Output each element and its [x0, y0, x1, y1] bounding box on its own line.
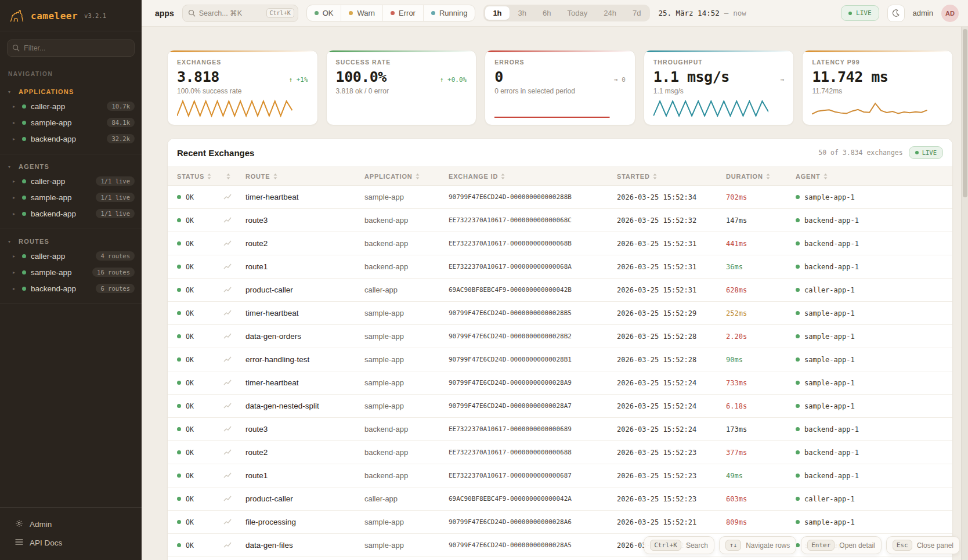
table-row[interactable]: OKtimer-heartbeatsample-app90799F47E6CD2… — [168, 371, 952, 395]
status-filter-label: OK — [323, 9, 334, 17]
table-row[interactable]: OKroute3backend-appEE7322370A10617-00000… — [168, 418, 952, 441]
column-header-duration[interactable]: DURATION — [726, 173, 796, 180]
sidebar-item-backend-app[interactable]: ▸backend-app32.2k — [0, 131, 142, 147]
sidebar-item-sample-app[interactable]: ▸sample-app84.1k — [0, 114, 142, 131]
exchange-id-cell: 90799F47E6CD24D-00000000000028B1 — [449, 356, 617, 363]
theme-toggle-button[interactable] — [887, 5, 905, 22]
status-filter-error[interactable]: Error — [382, 5, 423, 21]
sidebar-item-badge: 32.2k — [107, 134, 135, 143]
route-cell: route3 — [245, 216, 364, 225]
status-label: OK — [186, 216, 194, 225]
table-row[interactable]: OKtimer-heartbeatsample-app90799F47E6CD2… — [168, 186, 952, 209]
column-header-trend[interactable] — [223, 174, 245, 179]
trend-icon — [223, 309, 232, 316]
sidebar-footer-item-admin[interactable]: Admin — [0, 515, 142, 534]
status-label: OK — [186, 333, 194, 341]
status-filter-warn[interactable]: Warn — [341, 5, 382, 21]
agent-cell: caller-app-1 — [796, 286, 952, 294]
column-header-agent[interactable]: AGENT — [796, 173, 952, 180]
route-cell: route1 — [245, 471, 364, 480]
sparkline-chart — [177, 98, 292, 119]
table-row[interactable]: OKroute1backend-appEE7322370A10617-00000… — [168, 464, 952, 487]
scrollbar-thumb[interactable] — [963, 29, 967, 197]
table-row[interactable]: OKroute3backend-appEE7322370A10617-00000… — [168, 209, 952, 232]
column-header-started[interactable]: STARTED — [617, 173, 726, 180]
trend-cell — [223, 540, 245, 551]
table-row[interactable]: OKdata-gen-nested-splitsample-app90799F4… — [168, 395, 952, 418]
sidebar-item-backend-app[interactable]: ▸backend-app6 routes — [0, 280, 142, 297]
status-dot — [177, 288, 181, 292]
agent-status-dot — [796, 265, 800, 269]
column-header-application[interactable]: APPLICATION — [364, 173, 449, 180]
application-cell: sample-app — [364, 332, 449, 341]
table-row[interactable]: OKproduct-callercaller-app69AC90BF8EBC4F… — [168, 279, 952, 302]
avatar[interactable]: AD — [941, 5, 959, 22]
stat-card-label: EXCHANGES — [177, 59, 308, 66]
search-input[interactable] — [199, 9, 263, 17]
status-cell: OK — [177, 263, 223, 271]
agent-label: sample-app-1 — [804, 518, 855, 526]
exchange-id-cell: 69AC90BF8EBC4F9-000000000000042A — [449, 495, 617, 503]
sidebar-group-header[interactable]: ▾ROUTES — [0, 235, 142, 248]
card-accent-bar — [327, 50, 476, 52]
status-filter-running[interactable]: Running — [423, 5, 475, 21]
time-range-3h[interactable]: 3h — [511, 6, 534, 20]
agent-label: sample-app-1 — [804, 356, 855, 364]
table-live-badge[interactable]: LIVE — [909, 146, 943, 159]
sidebar-group-header[interactable]: ▾APPLICATIONS — [0, 85, 142, 98]
duration-cell: 628ms — [726, 286, 796, 294]
stat-card-latency-p99: LATENCY P9911.742 ms11.742ms — [802, 50, 953, 125]
chevron-down-icon: ▾ — [8, 239, 13, 244]
time-range-1h[interactable]: 1h — [485, 6, 509, 20]
trend-icon — [223, 240, 232, 247]
column-header-status[interactable]: STATUS — [177, 173, 223, 180]
time-range-24h[interactable]: 24h — [596, 6, 624, 20]
time-range-7d[interactable]: 7d — [625, 6, 648, 20]
table-row[interactable]: OKroute1backend-appEE7322370A10617-00000… — [168, 255, 952, 279]
status-dot — [22, 179, 26, 183]
sidebar-item-sample-app[interactable]: ▸sample-app1/1 live — [0, 189, 142, 205]
sidebar-item-caller-app[interactable]: ▸caller-app10.7k — [0, 98, 142, 114]
status-filter-ok[interactable]: OK — [307, 5, 341, 21]
column-header-route[interactable]: ROUTE — [245, 173, 364, 180]
status-dot — [349, 11, 353, 15]
table-row[interactable]: OKproduct-callercaller-app69AC90BF8EBC4F… — [168, 487, 952, 511]
search-box[interactable]: Ctrl+K — [182, 5, 298, 22]
table-row[interactable]: OKdata-gen-orderssample-app90799F47E6CD2… — [168, 325, 952, 348]
duration-cell: 441ms — [726, 240, 796, 248]
table-row[interactable]: OKerror-handling-testsample-app90799F47E… — [168, 348, 952, 371]
trend-cell — [223, 331, 245, 342]
table-row[interactable]: OKtimer-heartbeatsample-app90799F47E6CD2… — [168, 302, 952, 325]
sidebar-filter-input[interactable] — [7, 39, 135, 57]
started-cell: 2026-03-25 15:52:28 — [617, 333, 726, 341]
hint-label: Navigate rows — [746, 541, 790, 550]
sidebar-footer-item-api-docs[interactable]: API Docs — [0, 534, 142, 552]
sidebar-item-caller-app[interactable]: ▸caller-app4 routes — [0, 248, 142, 264]
status-label: OK — [186, 356, 194, 364]
sidebar-group: ▾ROUTES▸caller-app4 routes▸sample-app16 … — [0, 229, 142, 304]
scrollbar-track[interactable] — [961, 27, 968, 560]
time-range-6h[interactable]: 6h — [535, 6, 558, 20]
column-header-label: STARTED — [617, 173, 650, 180]
status-dot — [177, 474, 181, 478]
camel-logo-icon — [8, 8, 26, 23]
agent-cell: backend-app-1 — [796, 425, 952, 433]
sidebar-item-caller-app[interactable]: ▸caller-app1/1 live — [0, 173, 142, 189]
live-toggle-badge[interactable]: LIVE — [841, 5, 879, 21]
status-label: OK — [186, 541, 194, 550]
column-header-exchange-id[interactable]: EXCHANGE ID — [449, 173, 617, 180]
time-range-display[interactable]: 25. März 14:52 — now — [658, 9, 746, 17]
sidebar-item-sample-app[interactable]: ▸sample-app16 routes — [0, 264, 142, 280]
search-icon — [188, 9, 196, 17]
sidebar-group-header[interactable]: ▾AGENTS — [0, 160, 142, 173]
table-row[interactable]: OKfile-processingsample-app90799F47E6CD2… — [168, 511, 952, 534]
time-range-today[interactable]: Today — [560, 6, 595, 20]
table-row[interactable]: OKroute2backend-appEE7322370A10617-00000… — [168, 232, 952, 255]
chevron-right-icon: ▸ — [13, 254, 17, 259]
sidebar-item-badge: 16 routes — [92, 268, 135, 277]
hint-kbd: Enter — [807, 540, 835, 551]
table-row[interactable]: OKroute2backend-appEE7322370A10617-00000… — [168, 441, 952, 464]
route-cell: timer-heartbeat — [245, 309, 364, 317]
sidebar-item-backend-app[interactable]: ▸backend-app1/1 live — [0, 205, 142, 222]
hint-kbd: Esc — [893, 540, 912, 551]
